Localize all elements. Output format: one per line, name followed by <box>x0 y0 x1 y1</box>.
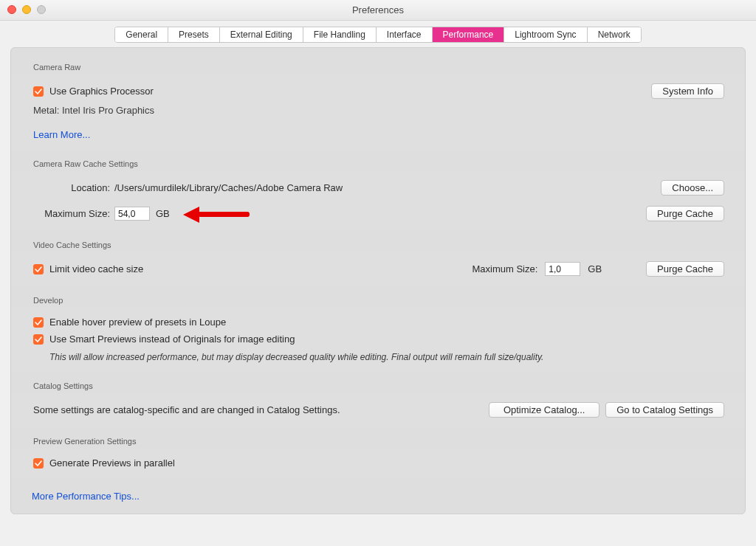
smart-previews-note: This will allow increased performance, b… <box>33 348 724 365</box>
tab-external-editing[interactable]: External Editing <box>220 27 303 42</box>
hover-preview-label: Enable hover preview of presets in Loupe <box>49 317 226 328</box>
purge-camera-raw-cache-button[interactable]: Purge Cache <box>646 206 724 221</box>
check-icon <box>35 460 42 467</box>
window-close-button[interactable] <box>7 5 16 14</box>
section-develop-label: Develop <box>11 286 745 308</box>
section-video-cache: Limit video cache size Maximum Size: GB … <box>11 252 745 286</box>
limit-video-cache-checkbox[interactable] <box>33 264 44 274</box>
purge-video-cache-button[interactable]: Purge Cache <box>646 261 724 277</box>
choose-cache-location-button[interactable]: Choose... <box>661 180 724 196</box>
check-icon <box>35 266 42 273</box>
video-size-unit: GB <box>588 263 602 274</box>
traffic-lights <box>7 5 46 14</box>
learn-more-link[interactable]: Learn More... <box>33 129 90 140</box>
smart-previews-label: Use Smart Previews instead of Originals … <box>49 334 295 345</box>
window-title: Preferences <box>352 4 404 15</box>
cache-max-size-input[interactable] <box>114 207 150 221</box>
section-catalog-label: Catalog Settings <box>11 371 745 393</box>
section-catalog: Some settings are catalog-specific and a… <box>11 393 745 426</box>
tab-network[interactable]: Network <box>588 27 641 42</box>
optimize-catalog-button[interactable]: Optimize Catalog... <box>489 402 599 418</box>
window-zoom-button[interactable] <box>37 5 46 14</box>
section-camera-raw: Use Graphics Processor System Info Metal… <box>11 75 745 149</box>
tab-interface[interactable]: Interface <box>377 27 433 42</box>
section-crc-cache-label: Camera Raw Cache Settings <box>11 149 745 171</box>
system-info-button[interactable]: System Info <box>651 83 724 99</box>
limit-video-cache-label: Limit video cache size <box>49 263 143 274</box>
more-performance-tips-link[interactable]: More Performance Tips... <box>32 491 140 502</box>
section-develop: Enable hover preview of presets in Loupe… <box>11 308 745 371</box>
tab-strip: General Presets External Editing File Ha… <box>0 21 756 43</box>
check-icon <box>35 319 42 326</box>
cache-max-size-label: Maximum Size: <box>33 208 114 219</box>
cache-location-value: /Users/umurdilek/Library/Caches/Adobe Ca… <box>114 182 343 193</box>
video-max-size-label: Maximum Size: <box>472 263 537 274</box>
generate-parallel-label: Generate Previews in parallel <box>49 457 175 469</box>
tab-lightroom-sync[interactable]: Lightroom Sync <box>504 27 587 42</box>
tab-performance[interactable]: Performance <box>433 27 505 42</box>
tab-presets[interactable]: Presets <box>168 27 220 42</box>
cache-location-label: Location: <box>33 182 114 193</box>
section-video-cache-label: Video Cache Settings <box>11 230 745 252</box>
use-gpu-checkbox[interactable] <box>33 86 44 97</box>
title-bar: Preferences <box>0 0 756 21</box>
smart-previews-checkbox[interactable] <box>33 334 44 345</box>
hover-preview-checkbox[interactable] <box>33 317 44 328</box>
annotation-arrow-icon <box>183 209 250 219</box>
gpu-description: Metal: Intel Iris Pro Graphics <box>33 105 154 116</box>
generate-parallel-checkbox[interactable] <box>33 458 44 469</box>
section-crc-cache: Location: /Users/umurdilek/Library/Cache… <box>11 171 745 230</box>
video-max-size-input[interactable] <box>545 262 580 276</box>
preferences-panel: Camera Raw Use Graphics Processor System… <box>10 47 746 514</box>
tab-general[interactable]: General <box>115 27 168 42</box>
goto-catalog-settings-button[interactable]: Go to Catalog Settings <box>605 402 724 418</box>
section-preview-gen: Generate Previews in parallel <box>11 449 745 477</box>
check-icon <box>35 88 42 95</box>
cache-size-unit: GB <box>156 208 170 219</box>
section-camera-raw-label: Camera Raw <box>11 52 745 75</box>
window-minimize-button[interactable] <box>22 5 31 14</box>
catalog-settings-text: Some settings are catalog-specific and a… <box>33 404 340 415</box>
use-gpu-label: Use Graphics Processor <box>49 86 154 97</box>
section-preview-gen-label: Preview Generation Settings <box>11 426 745 449</box>
check-icon <box>35 336 42 343</box>
tab-file-handling[interactable]: File Handling <box>303 27 377 42</box>
